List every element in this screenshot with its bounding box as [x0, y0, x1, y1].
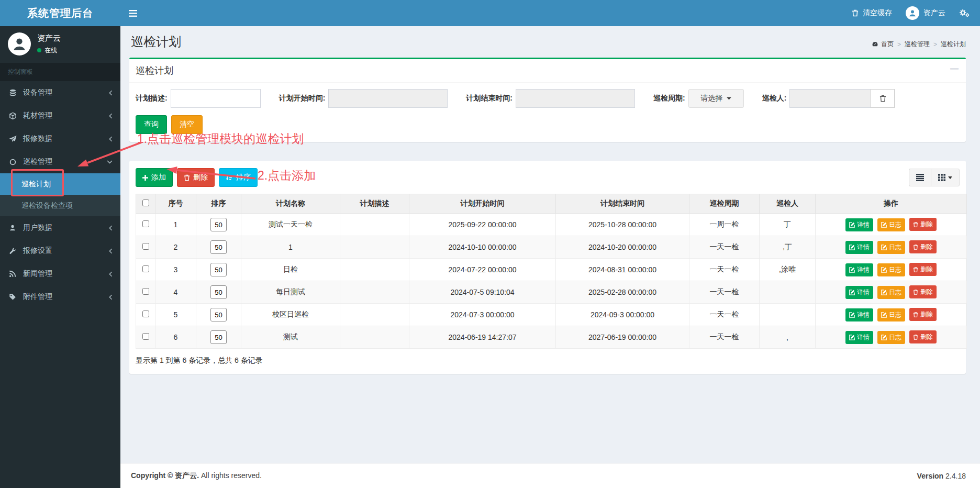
sidebar-toggle-button[interactable] — [120, 0, 146, 26]
delete-row-button[interactable]: 删除 — [909, 330, 937, 343]
log-button[interactable]: 日志 — [877, 286, 905, 299]
select-all-checkbox[interactable] — [142, 199, 149, 206]
user-icon — [12, 36, 27, 52]
log-button[interactable]: 日志 — [877, 263, 905, 276]
order-input[interactable] — [210, 308, 227, 321]
user-icon — [8, 224, 17, 231]
table-box: 添加 删除 排序 — [129, 161, 966, 374]
sidebar-item-repair-settings[interactable]: 报修设置 — [0, 239, 120, 262]
search-button[interactable]: 查询 — [136, 115, 167, 134]
database-icon — [8, 89, 17, 97]
breadcrumb: 首页 > 巡检管理 > 巡检计划 — [872, 40, 966, 50]
sidebar-item-attachment-management[interactable]: 附件管理 — [0, 285, 120, 308]
sidebar-user-status: 在线 — [44, 46, 57, 55]
clear-button[interactable]: 清空 — [171, 115, 203, 134]
clear-cache-button[interactable]: 清空缓存 — [852, 8, 892, 18]
log-button[interactable]: 日志 — [877, 331, 905, 344]
order-input[interactable] — [210, 263, 227, 276]
sort-button[interactable]: 排序 — [219, 168, 258, 187]
cycle-select[interactable]: 请选择 — [688, 89, 744, 108]
delete-row-button[interactable]: 删除 — [909, 240, 937, 253]
delete-row-button[interactable]: 删除 — [909, 285, 937, 298]
sidebar-item-inspection-management[interactable]: 巡检管理 — [0, 150, 120, 173]
start-time-cell: 2024-06-19 14:27:07 — [409, 326, 556, 349]
cycle-cell: 一天一检 — [689, 281, 760, 304]
page-title: 巡检计划 — [131, 34, 181, 50]
plan-name-cell: 每日测试 — [241, 281, 340, 304]
row-checkbox[interactable] — [142, 333, 149, 340]
order-input[interactable] — [210, 330, 227, 344]
plan-table: 序号 排序 计划名称 计划描述 计划开始时间 计划结束时间 巡检周期 巡检人 操… — [136, 194, 967, 349]
breadcrumb-section[interactable]: 巡检管理 — [905, 40, 930, 49]
sidebar-item-label: 新闻管理 — [23, 269, 52, 279]
sidebar-item-user-data[interactable]: 用户数据 — [0, 216, 120, 239]
version-value: 2.4.18 — [945, 472, 966, 480]
detail-button[interactable]: 详情 — [845, 331, 873, 344]
start-time-cell: 2024-07-3 00:00:00 — [409, 304, 556, 326]
caret-down-icon — [727, 97, 731, 100]
trash-icon — [852, 9, 859, 17]
sidebar-item-device-management[interactable]: 设备管理 — [0, 81, 120, 104]
actions-cell: 详情 日志 删除 — [816, 281, 967, 304]
inspector-input[interactable] — [789, 89, 871, 108]
edit-icon — [849, 290, 855, 295]
actions-cell: 详情 日志 删除 — [816, 326, 967, 349]
sidebar-item-label: 报修数据 — [23, 134, 52, 143]
main-header: 系统管理后台 清空缓存 资产云 — [0, 0, 980, 26]
row-checkbox[interactable] — [142, 243, 149, 250]
delete-row-button[interactable]: 删除 — [909, 263, 937, 276]
collapse-button[interactable]: — — [950, 64, 959, 73]
detail-button[interactable]: 详情 — [845, 263, 873, 276]
seq-cell: 1 — [155, 214, 196, 236]
brand-logo[interactable]: 系统管理后台 — [0, 0, 120, 26]
order-input[interactable] — [210, 285, 227, 299]
end-time-cell: 2024-08-31 00:00:00 — [556, 259, 689, 281]
order-input[interactable] — [210, 218, 227, 231]
detail-button[interactable]: 详情 — [845, 218, 873, 231]
end-time-input[interactable] — [516, 89, 635, 108]
filter-box-title: 巡检计划 — [136, 65, 173, 76]
sidebar-item-inspection-plan[interactable]: 巡检计划 — [0, 173, 120, 195]
log-button[interactable]: 日志 — [877, 241, 905, 254]
delete-row-button[interactable]: 删除 — [909, 218, 937, 231]
list-view-button[interactable] — [909, 169, 931, 186]
sidebar-item-inspection-device-check[interactable]: 巡检设备检查项 — [0, 195, 120, 216]
col-end: 计划结束时间 — [556, 194, 689, 214]
chevron-left-icon — [109, 271, 113, 277]
order-input[interactable] — [210, 240, 227, 254]
row-checkbox[interactable] — [142, 288, 149, 295]
delete-button[interactable]: 删除 — [177, 168, 215, 187]
cycle-cell: 一天一检 — [689, 236, 760, 259]
plan-name-cell: 测试一天一检 — [241, 214, 340, 236]
sidebar-item-news-management[interactable]: 新闻管理 — [0, 262, 120, 285]
sidebar-item-repair-data[interactable]: 报修数据 — [0, 127, 120, 150]
cycle-label: 巡检周期: — [653, 94, 685, 103]
log-button[interactable]: 日志 — [877, 218, 905, 231]
sidebar-avatar — [8, 32, 31, 56]
end-time-cell: 2025-10-28 00:00:00 — [556, 214, 689, 236]
add-button[interactable]: 添加 — [136, 168, 173, 187]
detail-button[interactable]: 详情 — [845, 308, 873, 321]
row-checkbox[interactable] — [142, 310, 149, 317]
delete-row-button[interactable]: 删除 — [909, 308, 937, 321]
seq-cell: 5 — [155, 304, 196, 326]
settings-button[interactable] — [959, 9, 970, 17]
clear-inspector-button[interactable] — [871, 89, 895, 108]
detail-button[interactable]: 详情 — [845, 241, 873, 254]
sidebar-item-consumables[interactable]: 耗材管理 — [0, 104, 120, 127]
edit-icon — [881, 312, 887, 318]
edit-icon — [881, 335, 887, 340]
detail-button[interactable]: 详情 — [845, 286, 873, 299]
log-button[interactable]: 日志 — [877, 308, 905, 321]
main-content: 巡检计划 — 计划描述: 计划开始时间: 计划结束时间: — [120, 53, 980, 374]
inspection-submenu: 巡检计划 巡检设备检查项 — [0, 173, 120, 216]
plan-desc-input[interactable] — [171, 89, 261, 108]
breadcrumb-home[interactable]: 首页 — [872, 40, 894, 49]
start-time-input[interactable] — [328, 89, 448, 108]
tag-icon — [8, 293, 17, 301]
end-time-cell: 2025-02-28 00:00:00 — [556, 281, 689, 304]
row-checkbox[interactable] — [142, 265, 149, 272]
grid-view-button[interactable] — [931, 169, 960, 186]
user-menu[interactable]: 资产云 — [906, 6, 945, 20]
row-checkbox[interactable] — [142, 220, 149, 227]
